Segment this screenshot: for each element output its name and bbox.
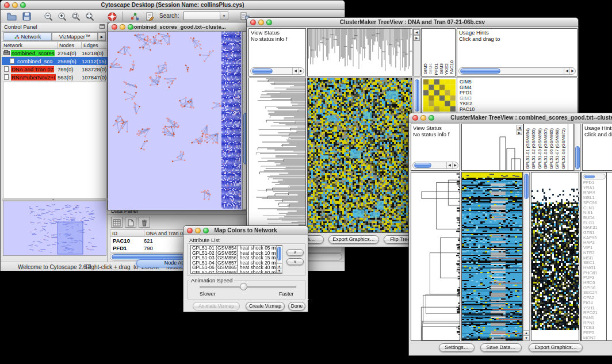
gene-label[interactable]: MON2: [583, 336, 598, 341]
zoom-window-icon[interactable]: [20, 2, 26, 8]
tv1-row-dendrogram[interactable]: [248, 78, 306, 233]
network-overview-thumbnail[interactable]: [3, 201, 106, 255]
zoom-window-icon[interactable]: [203, 228, 209, 233]
zoom-in-icon[interactable]: [56, 11, 68, 22]
scroll-right-icon[interactable]: ▶: [298, 68, 304, 74]
scroll-down-icon[interactable]: ▼: [523, 335, 529, 340]
scroll-right-icon[interactable]: ▶: [517, 130, 522, 135]
column-label[interactable]: GPL51-08 (GSM872): [561, 128, 567, 169]
tv1-hints-hscrollbar[interactable]: ◀▶: [458, 67, 576, 75]
column-label[interactable]: GIM4: [428, 63, 433, 75]
help-lifering-icon[interactable]: [106, 11, 118, 22]
float-panel-icon[interactable]: [100, 24, 105, 29]
zoom-window-icon[interactable]: [128, 24, 133, 30]
tv2-gene-hscroll-thumb[interactable]: [584, 175, 595, 178]
animate-vizmap-button[interactable]: Animate Vizmap: [193, 302, 240, 311]
move-down-button[interactable]: ∨: [286, 258, 304, 265]
tv2-labels-vscroll-thumb[interactable]: [575, 146, 580, 169]
create-vizmap-button[interactable]: Create Vizmap: [246, 302, 285, 311]
close-icon[interactable]: [112, 24, 117, 30]
column-label[interactable]: PAC10: [449, 60, 454, 75]
col-edges[interactable]: Edges: [82, 41, 108, 49]
vizmap-nodes-icon[interactable]: [128, 11, 141, 22]
save-icon[interactable]: [20, 11, 33, 22]
tv1-similarity-matrix[interactable]: [423, 79, 456, 112]
scroll-left-icon[interactable]: ◀: [446, 162, 452, 168]
minimize-icon[interactable]: [12, 2, 18, 8]
network-row[interactable]: combined_scores 2764(0) 16218(0): [2, 49, 108, 57]
network-view-titlebar[interactable]: combined_scores_good.txt--cluste...: [108, 22, 248, 32]
open-icon[interactable]: [5, 11, 18, 22]
close-icon[interactable]: [4, 2, 10, 8]
scroll-right-icon[interactable]: ▶: [569, 68, 575, 74]
tv1-column-dendrogram[interactable]: [307, 28, 412, 76]
zoom-window-icon[interactable]: [429, 115, 434, 121]
attribute-list-vscroll-thumb[interactable]: [277, 247, 281, 260]
column-label[interactable]: GPL51-01 (GSM854): [525, 128, 531, 169]
zoom-fit-icon[interactable]: [83, 11, 96, 22]
tv2-zoom-heatmap[interactable]: [531, 172, 579, 341]
scroll-left-icon[interactable]: ◀: [292, 68, 298, 74]
network-graph-canvas[interactable]: [108, 32, 242, 210]
close-icon[interactable]: [250, 20, 256, 25]
attribute-item[interactable]: GPL51-07 (GSM868) heat shock 60 min: [192, 270, 282, 274]
network-row[interactable]: RNAPuberNov2+I 563(0) 107847(0): [2, 73, 108, 81]
minimize-icon[interactable]: [420, 115, 426, 121]
treeview1-titlebar[interactable]: ClusterMaker TreeView : DNA and Tran 07-…: [247, 18, 578, 27]
scroll-left-icon[interactable]: ◀: [414, 29, 420, 35]
search-input[interactable]: [183, 12, 220, 20]
column-label[interactable]: GPL51-04 (GSM857): [543, 128, 549, 169]
tv1-heatmap[interactable]: [307, 78, 412, 233]
network-overview-panel[interactable]: [3, 201, 106, 256]
scroll-down-icon[interactable]: ▼: [277, 268, 282, 273]
tab-vizmapper[interactable]: VizMapper™: [52, 32, 98, 41]
tv1-export-graphics-button[interactable]: Export Graphics…: [328, 235, 379, 244]
tv2-labels-vscrollbar[interactable]: [574, 124, 581, 171]
speed-slider-thumb[interactable]: [240, 283, 247, 290]
column-label[interactable]: GPL51-06 (GSM865): [549, 128, 554, 169]
tv2-column-dendrogram[interactable]: ◀ ▶: [461, 124, 523, 171]
speed-slider-track[interactable]: [200, 286, 296, 288]
treeview2-titlebar[interactable]: ClusterMaker TreeView : combined_scores_…: [409, 113, 612, 122]
tv2-settings-button[interactable]: Settings…: [439, 343, 475, 352]
main-titlebar[interactable]: Cytoscape Desktop (Session Name: collins…: [1, 1, 345, 10]
tv1-vscroll-thumb[interactable]: [415, 79, 419, 112]
column-label[interactable]: GIM3: [439, 63, 444, 75]
id-column-header[interactable]: ID: [110, 229, 144, 237]
close-icon[interactable]: [187, 228, 193, 233]
tv2-gene-hscrollbar[interactable]: [583, 174, 606, 179]
tv2-export-graphics-button[interactable]: Export Graphics…: [529, 343, 583, 352]
column-label[interactable]: GPL51-03 (GSM856): [537, 128, 543, 169]
scroll-right-icon[interactable]: ▶: [414, 35, 420, 41]
tv2-status-hscroll-thumb[interactable]: [414, 163, 431, 168]
tv2-vscroll-thumb[interactable]: [524, 174, 529, 199]
column-label[interactable]: GPL51-02 (GSM855): [531, 128, 537, 169]
tv2-heatmap[interactable]: [461, 172, 523, 341]
col-network[interactable]: Network: [2, 41, 58, 49]
tab-overflow-icon[interactable]: ▶: [98, 32, 106, 41]
network-row[interactable]: combined_sco 2569(6) 13112(15): [2, 57, 108, 65]
scroll-up-icon[interactable]: ▲: [277, 263, 282, 268]
column-label[interactable]: GIM5: [423, 63, 428, 75]
zoom-selected-icon[interactable]: [70, 11, 82, 22]
tv1-status-hscrollbar[interactable]: ◀▶: [250, 67, 304, 75]
col-nodes[interactable]: Nodes: [58, 41, 82, 49]
network-row[interactable]: DNA and Tran 07 769(0) 183728(0): [2, 65, 108, 73]
select-attributes-icon[interactable]: [111, 217, 123, 228]
scroll-up-icon[interactable]: ▲: [523, 330, 529, 335]
delete-attribute-icon[interactable]: [139, 217, 150, 228]
tv2-save-data-button[interactable]: Save Data…: [480, 343, 522, 352]
tab-network[interactable]: Network: [3, 32, 52, 41]
minimize-icon[interactable]: [195, 228, 201, 233]
gene-label[interactable]: PAC10: [460, 107, 475, 113]
column-label[interactable]: PFD1: [434, 63, 439, 75]
scroll-left-icon[interactable]: ◀: [564, 68, 569, 74]
zoom-window-icon[interactable]: [266, 20, 272, 25]
close-icon[interactable]: [412, 115, 418, 121]
tv1-hints-hscroll-thumb[interactable]: [460, 68, 500, 74]
scroll-left-icon[interactable]: ◀: [517, 125, 522, 130]
search-dropdown-icon[interactable]: ▼: [220, 12, 228, 20]
column-label[interactable]: GPL51-07 (GSM868): [554, 128, 560, 169]
minimize-icon[interactable]: [258, 20, 264, 25]
tv1-status-hscroll-thumb[interactable]: [252, 68, 273, 74]
